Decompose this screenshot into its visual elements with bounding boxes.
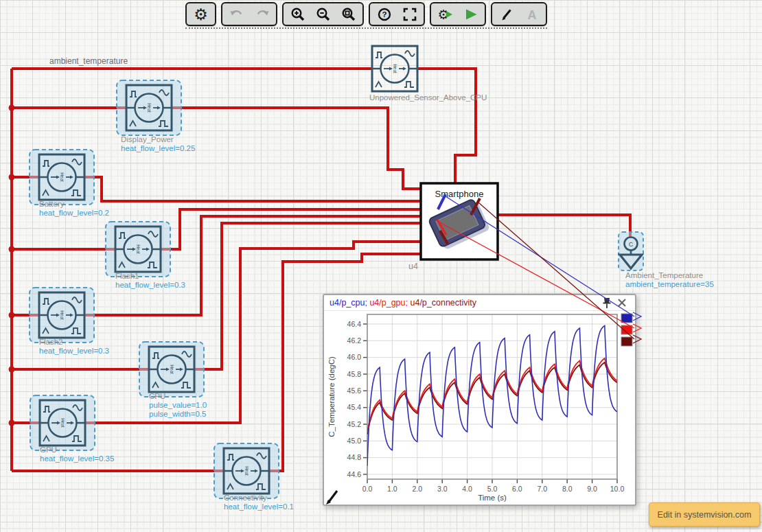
toolbar: ⚙ ? <box>185 2 547 26</box>
wire-junction <box>9 312 15 319</box>
svg-text:8.0: 8.0 <box>562 485 573 493</box>
run-icon <box>463 7 478 22</box>
toolbar-group-settings: ⚙ <box>185 2 216 26</box>
zoom-in-button[interactable] <box>285 4 310 24</box>
simulation-settings-icon: ⚙ <box>437 7 454 22</box>
svg-text:45.6: 45.6 <box>347 386 362 395</box>
svg-text:10.0: 10.0 <box>610 485 625 493</box>
fullscreen-icon <box>402 7 417 22</box>
wire-junction <box>9 246 15 253</box>
redo-button[interactable] <box>249 4 275 24</box>
component-ambient_temperature[interactable]: C <box>619 232 643 270</box>
edit-in-systemvision-button[interactable]: Edit in systemvision.com <box>649 502 760 527</box>
component-name-label: Battery <box>39 200 65 208</box>
component-param-label: heat_flow_level=0.35 <box>40 454 114 463</box>
zoom-fit-button[interactable] <box>336 4 361 24</box>
zoom-out-icon <box>316 7 331 22</box>
wire[interactable] <box>84 177 421 201</box>
help-icon: ? <box>377 7 392 22</box>
component-display_power[interactable]: Heat <box>117 80 181 135</box>
help-button[interactable]: ? <box>371 4 397 24</box>
toolbar-group-simulate: ⚙ <box>430 2 486 26</box>
wire-junction <box>9 367 15 373</box>
pulse-waveform-icon <box>376 52 382 58</box>
run-button[interactable] <box>458 4 483 24</box>
x-axis-label: Time (s) <box>478 494 507 502</box>
component-flash1[interactable]: Heat <box>106 222 170 277</box>
svg-text:Heat: Heat <box>244 466 249 476</box>
component-param-label: heat_flow_level=0.1 <box>224 502 294 511</box>
wire-junction <box>9 174 15 181</box>
text-icon: A <box>524 7 540 22</box>
svg-text:9.0: 9.0 <box>587 485 597 493</box>
waveform-window[interactable]: u4/p_cpu; u4/p_gpu; u4/p_connectivity 0.… <box>323 294 636 506</box>
legend-swatch[interactable] <box>621 337 632 346</box>
fullscreen-button[interactable] <box>397 4 422 24</box>
sine-waveform-icon <box>405 51 415 56</box>
wire-junction <box>9 420 15 426</box>
zoom-out-button[interactable] <box>310 4 336 24</box>
toolbar-group-annotate: A <box>491 2 547 26</box>
settings-button[interactable]: ⚙ <box>188 4 213 24</box>
plot-title-segment: u4/p_gpu; <box>369 298 410 308</box>
component-cpu[interactable]: Heat <box>139 342 204 397</box>
toolbar-group-help-view: ? <box>369 2 425 26</box>
svg-text:46.4: 46.4 <box>347 320 362 328</box>
component-param-label: heat_flow_level=0.3 <box>115 281 185 289</box>
toolbar-group-history <box>221 2 277 26</box>
component-name-label: Ambient_Temperature <box>625 271 703 279</box>
plot-draw-icon[interactable] <box>326 491 337 505</box>
component-name-label: GPU <box>40 446 57 454</box>
zoom-fit-icon <box>341 7 356 22</box>
component-battery[interactable]: Heat <box>30 150 94 205</box>
text-button[interactable]: A <box>519 4 544 24</box>
svg-text:46.2: 46.2 <box>347 336 362 345</box>
triangle-waveform-icon <box>376 82 382 87</box>
svg-text:Heat: Heat <box>60 172 65 182</box>
component-param-label: heat_flow_level=0.25 <box>121 144 195 152</box>
legend-swatch[interactable] <box>621 325 632 334</box>
undo-button[interactable] <box>224 4 249 24</box>
simulation-settings-button[interactable]: ⚙ <box>432 4 458 24</box>
svg-text:Heat: Heat <box>136 244 141 254</box>
svg-text:44.6: 44.6 <box>347 470 362 478</box>
svg-text:5.0: 5.0 <box>487 485 498 493</box>
svg-text:45.4: 45.4 <box>347 403 362 411</box>
component-name-label: Flash1 <box>115 272 139 280</box>
component-smartphone[interactable]: Smartphoneu4 <box>408 183 498 271</box>
svg-text:2.0: 2.0 <box>412 485 422 493</box>
svg-text:4.0: 4.0 <box>462 485 472 493</box>
component-unpowered_sensor_above_cpu[interactable]: Heat <box>372 46 417 91</box>
svg-text:Heat: Heat <box>60 418 65 428</box>
component-param-label: ambient_temperature=35 <box>625 280 714 288</box>
instance-label: u4 <box>408 262 418 271</box>
wire[interactable] <box>417 69 476 183</box>
component-connectivity[interactable]: Heat <box>214 443 279 498</box>
plot-title: u4/p_cpu; u4/p_gpu; u4/p_connectivity <box>330 298 476 308</box>
component-name-label: Unpowered_Sensor_Above_CPU <box>369 93 487 102</box>
close-button[interactable] <box>614 297 630 309</box>
undo-icon <box>229 7 244 22</box>
schematic-canvas[interactable]: ⚙ ? <box>0 0 762 532</box>
waveform-plot: 0.01.02.03.04.05.06.07.08.09.010.044.644… <box>324 311 635 506</box>
waveform-window-titlebar[interactable]: u4/p_cpu; u4/p_gpu; u4/p_connectivity <box>324 295 635 311</box>
wire[interactable] <box>498 215 630 237</box>
zoom-in-icon <box>290 7 305 22</box>
redo-icon <box>255 7 270 22</box>
component-param-label: pulse_value=1.0 <box>149 401 207 409</box>
svg-text:0.0: 0.0 <box>362 485 373 493</box>
component-flash2[interactable]: Heat <box>30 288 94 343</box>
svg-text:Heat: Heat <box>393 64 397 73</box>
y-axis-label: C_Temperature (degC) <box>327 356 336 437</box>
svg-text:3.0: 3.0 <box>437 485 448 493</box>
pin-button[interactable] <box>599 297 614 309</box>
draw-button[interactable] <box>494 4 519 24</box>
close-icon <box>617 298 627 308</box>
plot-title-segment: u4/p_cpu; <box>330 298 369 308</box>
wire[interactable] <box>172 108 421 189</box>
component-gpu[interactable]: Heat <box>30 395 95 450</box>
svg-text:44.8: 44.8 <box>347 453 362 461</box>
legend-swatch[interactable] <box>621 314 632 323</box>
svg-text:46.0: 46.0 <box>347 353 362 361</box>
net-label: ambient_temperature <box>49 56 128 66</box>
